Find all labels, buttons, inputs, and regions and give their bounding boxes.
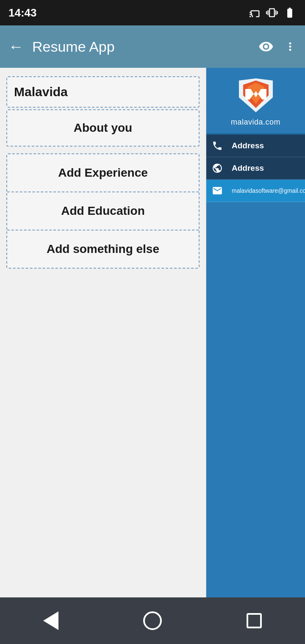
about-section: About you	[6, 109, 200, 147]
name-section: Malavida	[6, 76, 200, 108]
back-button[interactable]: ←	[8, 38, 24, 56]
app-title: Resume App	[32, 39, 258, 55]
recents-square-icon	[247, 613, 262, 628]
nav-recents-button[interactable]	[237, 604, 271, 638]
app-bar-actions	[258, 39, 297, 54]
logo-area: malavida.com	[206, 68, 305, 135]
contact-email: malavidasoftware@gmail.com	[206, 180, 305, 202]
status-bar: 14:43	[0, 0, 305, 25]
malavida-logo	[235, 76, 277, 114]
web-icon	[206, 157, 228, 179]
right-panel: malavida.com Address Address	[206, 68, 305, 644]
add-something-else-button[interactable]: Add something else	[7, 230, 199, 268]
email-text: malavidasoftware@gmail.com	[228, 181, 305, 200]
status-time: 14:43	[8, 6, 37, 19]
nav-bar	[0, 597, 305, 644]
contact-web: Address	[206, 157, 305, 180]
actions-section: Add Experience Add Education Add somethi…	[6, 153, 200, 269]
more-icon[interactable]	[284, 39, 297, 54]
phone-icon	[206, 135, 228, 157]
back-triangle-icon	[43, 611, 58, 630]
vibrate-icon	[266, 7, 278, 19]
eye-icon[interactable]	[258, 39, 274, 54]
status-icons	[249, 7, 297, 19]
phone-address-text: Address	[228, 135, 305, 156]
about-you-button[interactable]: About you	[7, 110, 199, 146]
nav-back-button[interactable]	[34, 604, 68, 638]
main-content: Malavida About you Add Experience Add Ed…	[0, 68, 305, 644]
contact-phone: Address	[206, 135, 305, 157]
home-circle-icon	[143, 611, 162, 630]
logo-domain: malavida.com	[231, 118, 280, 127]
add-experience-button[interactable]: Add Experience	[7, 154, 199, 192]
battery-icon	[283, 7, 297, 19]
add-education-button[interactable]: Add Education	[7, 192, 199, 230]
left-panel: Malavida About you Add Experience Add Ed…	[0, 68, 206, 644]
app-bar: ← Resume App	[0, 25, 305, 68]
user-name: Malavida	[14, 85, 68, 99]
cast-icon	[249, 7, 261, 19]
web-address-text: Address	[228, 158, 305, 179]
nav-home-button[interactable]	[136, 604, 169, 638]
email-icon	[206, 180, 228, 202]
